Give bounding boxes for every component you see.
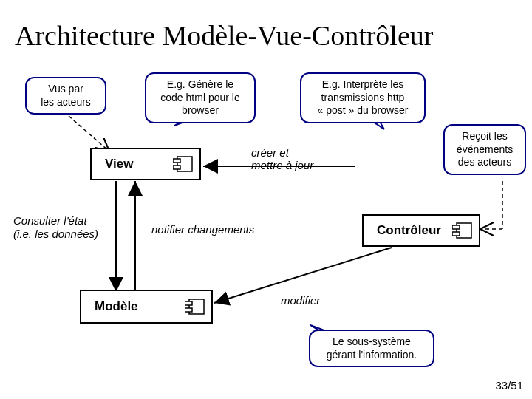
uml-view-box: View xyxy=(90,148,201,180)
component-icon xyxy=(185,298,205,316)
callout-interprete: E.g. Interprète les transmissions http «… xyxy=(300,72,426,123)
callout-recoit: Reçoit les événements des acteurs xyxy=(443,124,526,175)
svg-rect-9 xyxy=(173,159,180,163)
callout-sous-systeme: Le sous-système gérant l'information. xyxy=(309,330,434,367)
svg-line-0 xyxy=(69,116,109,151)
uml-box-label: Modèle xyxy=(95,299,138,314)
svg-rect-16 xyxy=(185,308,192,312)
component-icon xyxy=(452,222,473,239)
callout-text: Le sous-système gérant l'information. xyxy=(327,335,417,361)
uml-modele-box: Modèle xyxy=(80,290,213,324)
diagram-svg xyxy=(0,0,532,399)
callout-text: E.g. Génère le code html pour le browser xyxy=(160,78,239,116)
page-number: 33/51 xyxy=(495,379,523,392)
page-title: Architecture Modèle-Vue-Contrôleur xyxy=(15,19,433,52)
callout-text: Vus par les acteurs xyxy=(41,83,91,108)
uml-controleur-box: Contrôleur xyxy=(362,214,480,247)
svg-rect-10 xyxy=(173,166,180,169)
uml-box-label: View xyxy=(105,157,133,171)
callout-text: Reçoit les événements des acteurs xyxy=(457,130,513,168)
svg-rect-12 xyxy=(452,225,460,229)
label-creer: créer et mettre à jour xyxy=(251,146,313,171)
uml-box-label: Contrôleur xyxy=(377,223,441,238)
component-icon xyxy=(173,155,194,173)
label-notifier: notifier changements xyxy=(151,223,254,236)
label-modifier: modifier xyxy=(281,294,320,307)
note-consulter: Consulter l'état (i.e. les données) xyxy=(13,214,98,241)
callout-text: E.g. Interprète les transmissions http «… xyxy=(318,78,409,116)
callout-vus-par-acteurs: Vus par les acteurs xyxy=(25,77,106,115)
svg-line-1 xyxy=(166,124,179,148)
callout-genere-html: E.g. Génère le code html pour le browser xyxy=(145,72,256,123)
svg-rect-15 xyxy=(185,301,192,305)
svg-rect-13 xyxy=(452,232,460,236)
